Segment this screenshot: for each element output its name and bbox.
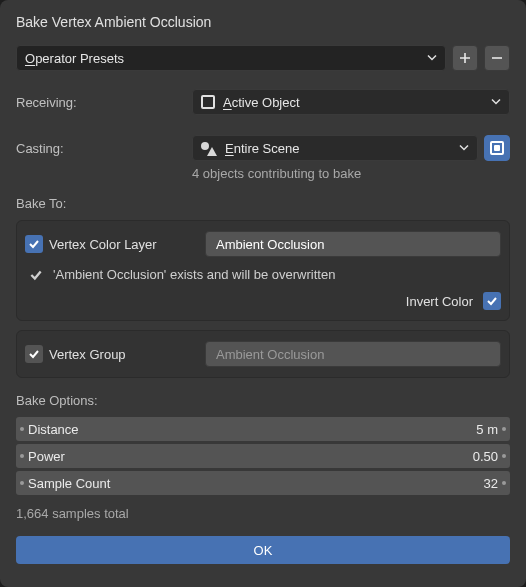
power-slider[interactable]: Power 0.50 (16, 444, 510, 468)
minus-icon (491, 52, 503, 64)
chevron-down-icon (459, 141, 469, 156)
drag-handle-icon (20, 427, 24, 431)
operator-presets-dropdown[interactable]: Operator Presets (16, 45, 446, 71)
vertex-group-input[interactable]: Ambient Occlusion (205, 341, 501, 367)
preset-remove-button[interactable] (484, 45, 510, 71)
drag-handle-icon (502, 427, 506, 431)
vertex-color-layer-checkbox[interactable] (25, 235, 43, 253)
vcol-exists-note: 'Ambient Occlusion' exists and will be o… (53, 267, 335, 282)
vertex-group-checkbox[interactable] (25, 345, 43, 363)
sample-count-slider[interactable]: Sample Count 32 (16, 471, 510, 495)
samples-summary: 1,664 samples total (16, 506, 510, 521)
distance-slider[interactable]: Distance 5 m (16, 417, 510, 441)
check-icon (29, 268, 43, 282)
invert-color-label: Invert Color (406, 294, 473, 309)
object-icon (201, 95, 215, 109)
restrict-selection-button[interactable] (484, 135, 510, 161)
drag-handle-icon (20, 454, 24, 458)
check-icon (28, 238, 40, 250)
bake-to-group: Vertex Color Layer Ambient Occlusion 'Am… (16, 220, 510, 321)
scene-icon (201, 140, 217, 156)
check-icon (486, 295, 498, 307)
vertex-color-layer-label: Vertex Color Layer (49, 237, 199, 252)
receiving-dropdown[interactable]: Active Object (192, 89, 510, 115)
drag-handle-icon (20, 481, 24, 485)
vertex-group-group: Vertex Group Ambient Occlusion (16, 330, 510, 378)
receiving-label: Receiving: (16, 95, 186, 110)
selection-icon (490, 141, 504, 155)
bake-ao-panel: Bake Vertex Ambient Occlusion Operator P… (0, 0, 526, 587)
panel-title: Bake Vertex Ambient Occlusion (16, 14, 510, 30)
chevron-down-icon (491, 95, 501, 110)
bake-to-label: Bake To: (16, 196, 510, 211)
casting-label: Casting: (16, 141, 186, 156)
chevron-down-icon (427, 51, 437, 66)
casting-dropdown[interactable]: Entire Scene (192, 135, 478, 161)
drag-handle-icon (502, 481, 506, 485)
casting-note: 4 objects contributing to bake (192, 166, 361, 181)
ok-button[interactable]: OK (16, 536, 510, 564)
check-icon (28, 348, 40, 360)
plus-icon (459, 52, 471, 64)
drag-handle-icon (502, 454, 506, 458)
bake-options-label: Bake Options: (16, 393, 510, 408)
vertex-color-layer-input[interactable]: Ambient Occlusion (205, 231, 501, 257)
preset-add-button[interactable] (452, 45, 478, 71)
invert-color-checkbox[interactable] (483, 292, 501, 310)
vertex-group-label: Vertex Group (49, 347, 199, 362)
